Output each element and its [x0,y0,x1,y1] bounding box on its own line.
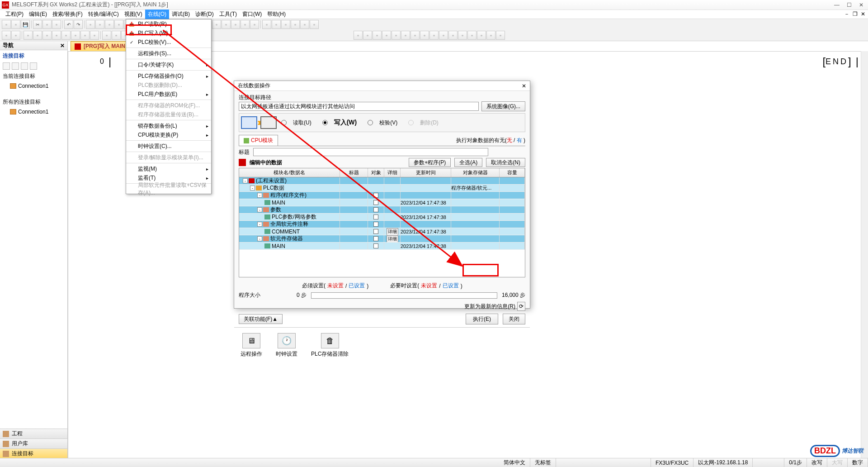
tb-btn[interactable]: ▫ [102,31,111,40]
tb-btn[interactable]: ▫ [86,20,95,29]
minimize-button[interactable]: — [834,2,840,8]
nav-tab-userlib[interactable]: 用户库 [0,438,67,448]
table-row[interactable]: MAIN2023/12/04 17:47:38 [239,243,525,250]
menu-convert[interactable]: 转换/编译(C) [85,10,122,19]
tb-btn[interactable]: ▫ [262,20,271,29]
tb-btn[interactable]: ▫ [250,20,259,29]
execute-button[interactable]: 执行(E) [466,314,498,324]
menu-view[interactable]: 视图(V) [122,10,145,19]
menu-help[interactable]: 帮助(H) [264,10,288,19]
tb-btn[interactable]: ▫ [392,31,401,40]
tb-btn[interactable]: ▫ [448,31,458,40]
close-button[interactable]: 关闭 [503,314,525,324]
view-icon[interactable] [3,62,10,70]
dd-plc-read[interactable]: 📥PLC读取(R)... [126,19,211,29]
tb-btn[interactable]: ▫ [477,31,486,40]
tb-btn[interactable]: ▫ [52,31,61,40]
tb-btn[interactable]: ▫ [90,31,99,40]
dd-plc-verify[interactable]: ✓PLC校验(V)... [126,38,211,47]
nav-connection-current[interactable]: Connection1 [0,82,67,90]
tb-btn[interactable]: ▫ [80,31,90,40]
nav-connection-all[interactable]: Connection1 [0,108,67,116]
select-all-button[interactable]: 全选(A) [454,158,482,167]
table-row[interactable]: -程序(程序文件) [239,192,525,199]
menu-debug[interactable]: 调试(B) [169,10,193,19]
dd-cpu-replace[interactable]: CPU模块更换(P)▸ [126,130,211,139]
dd-password[interactable]: 口令/关键字(K)▸ [126,60,211,69]
tb-btn[interactable]: ▫ [310,20,319,29]
mdi-close[interactable]: ✕ [861,11,865,17]
menu-project[interactable]: 工程(P) [3,10,26,19]
table-row[interactable]: MAIN2023/12/04 17:47:38 [239,199,525,206]
tb-btn[interactable]: ▫ [222,20,231,29]
radio-write[interactable] [322,120,328,125]
tb-btn[interactable]: ▫ [33,31,42,40]
table-row[interactable]: -(工程未设置) [239,177,525,185]
tb-btn[interactable]: ▫ [354,31,363,40]
table-row[interactable]: -软元件存储器详细 [239,235,525,243]
table-row[interactable]: -全局软元件注释 [239,221,525,228]
tb-save-icon[interactable]: 💾 [21,20,30,29]
view-icon[interactable] [21,62,28,70]
close-button[interactable]: ✕ [859,2,863,8]
maximize-button[interactable]: ☐ [847,2,852,8]
func-clock[interactable]: 🕐时钟设置 [276,333,297,358]
dd-latch[interactable]: 锁存数据备份(L)▸ [126,121,211,130]
deselect-all-button[interactable]: 取消全选(N) [486,158,525,167]
tb-btn[interactable]: ▫ [95,20,104,29]
menu-diagnose[interactable]: 诊断(D) [193,10,217,19]
tb-btn[interactable]: ▫ [281,20,290,29]
title-input[interactable] [253,148,488,156]
tb-btn[interactable]: ▫ [291,20,300,29]
func-clear[interactable]: 🗑PLC存储器清除 [311,333,349,358]
tb-paste-icon[interactable]: ▫ [52,20,61,29]
related-func-button[interactable]: 关联功能(F)▲ [239,314,283,324]
dd-memory-op[interactable]: PLC存储器操作(O)▸ [126,71,211,81]
vertical-scrollbar[interactable] [861,51,868,458]
menu-edit[interactable]: 编辑(E) [26,10,50,19]
menu-tools[interactable]: 工具(T) [217,10,240,19]
param-prog-button[interactable]: 参数+程序(P) [409,158,451,167]
dd-monitor[interactable]: 监视(M)▸ [126,164,211,173]
tb-btn[interactable]: ▫ [410,31,420,40]
tb-redo-icon[interactable]: ↷ [74,20,83,29]
tb-btn[interactable]: ▫ [2,31,11,40]
tb-btn[interactable]: ▫ [212,20,221,29]
tb-undo-icon[interactable]: ↶ [64,20,73,29]
tb-btn[interactable]: ▫ [429,31,439,40]
view-icon[interactable] [12,62,19,70]
tb-btn[interactable]: ▫ [401,31,410,40]
menu-window[interactable]: 窗口(W) [240,10,264,19]
system-image-button[interactable]: 系统图像(G)... [481,101,525,111]
tb-btn[interactable]: ▫ [458,31,467,40]
view-icon[interactable] [30,62,37,70]
table-row[interactable]: -PLC数据程序存储器/软元... [239,185,525,192]
tb-btn[interactable]: ▫ [105,20,114,29]
tb-btn[interactable]: ▫ [42,31,52,40]
dd-clock[interactable]: 时钟设置(C)... [126,142,211,151]
tb-btn[interactable]: ▫ [467,31,476,40]
tb-btn[interactable]: ▫ [486,31,495,40]
radio-verify[interactable] [368,120,373,125]
tb-btn[interactable]: ▫ [420,31,429,40]
nav-close-icon[interactable]: ✕ [60,43,65,49]
nav-tab-project[interactable]: 工程 [0,429,67,438]
table-row[interactable]: -参数 [239,206,525,214]
table-row[interactable]: PLC参数/网络参数2023/12/04 17:47:38 [239,214,525,221]
tb-btn[interactable]: ▫ [61,31,71,40]
tb-open-icon[interactable]: ▫ [11,20,20,29]
table-row[interactable]: COMMENT详细2023/12/04 17:47:38 [239,228,525,235]
dd-user-data[interactable]: PLC用户数据(E)▸ [126,90,211,99]
tb-copy-icon[interactable]: ▫ [42,20,52,29]
menu-online[interactable]: 在线(O) [145,10,169,19]
mdi-minimize[interactable]: － [844,11,849,17]
tb-btn[interactable]: ▫ [241,20,250,29]
tb-btn[interactable]: ▫ [114,20,123,29]
dialog-close-icon[interactable]: ✕ [522,83,526,89]
tb-btn[interactable]: ▫ [11,31,20,40]
tb-btn[interactable]: ▫ [272,20,281,29]
nav-tab-target[interactable]: 连接目标 [0,448,67,458]
tb-btn[interactable]: ▫ [496,31,505,40]
tb-btn[interactable]: ▫ [231,20,240,29]
func-remote[interactable]: 🖥远程操作 [241,333,262,358]
